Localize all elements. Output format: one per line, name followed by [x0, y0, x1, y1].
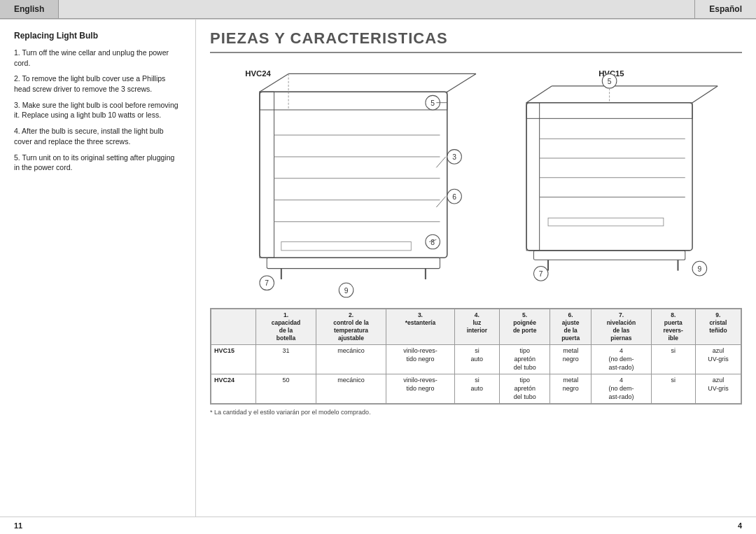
light-cell: siauto — [454, 374, 500, 404]
svg-line-32 — [436, 197, 445, 207]
list-item: 5. Turn unit on to its original setting … — [14, 153, 181, 173]
list-item: 1. Turn off the wine cellar and unplug t… — [14, 48, 181, 68]
svg-rect-36 — [526, 103, 692, 119]
reversible-cell: si — [651, 345, 695, 374]
col-header-3: 3.*estantería — [386, 309, 454, 345]
page-num-left: 11 — [14, 521, 22, 530]
list-item: 4. After the bulb is secure, install the… — [14, 126, 181, 146]
col-header-7: 7.nivelaciónde laspiernas — [592, 309, 651, 345]
control-cell: mecánico — [316, 345, 386, 374]
page-num-right: 4 — [738, 521, 742, 530]
capacity-cell: 50 — [256, 374, 316, 404]
svg-rect-42 — [533, 251, 685, 260]
col-header-5: 5.poignéede porte — [500, 309, 550, 345]
svg-text:8: 8 — [430, 239, 435, 246]
svg-text:3: 3 — [452, 153, 456, 161]
svg-text:5: 5 — [608, 78, 612, 85]
svg-line-31 — [436, 157, 445, 167]
svg-rect-3 — [260, 92, 274, 258]
svg-text:7: 7 — [265, 279, 269, 287]
page-numbers: 11 4 — [0, 517, 756, 534]
svg-rect-4 — [260, 92, 447, 110]
list-item: 2. To remove the light bulb cover use a … — [14, 73, 181, 94]
svg-rect-34 — [526, 103, 692, 251]
instruction-list: 1. Turn off the wine cellar and unplug t… — [14, 48, 181, 173]
svg-text:6: 6 — [452, 193, 456, 201]
spec-table: 1.capacidadde labotella 2.control de lat… — [211, 309, 741, 404]
col-header-9: 9.cristalteñido — [695, 309, 741, 345]
spec-table-container: 1.capacidadde labotella 2.control de lat… — [210, 308, 742, 405]
model-cell: HVC15 — [211, 345, 256, 374]
control-cell: mecánico — [316, 374, 386, 404]
svg-rect-5 — [267, 258, 440, 268]
tab-espanol[interactable]: Español — [694, 0, 756, 18]
svg-line-15 — [447, 73, 476, 92]
svg-line-45 — [526, 86, 552, 103]
svg-rect-35 — [526, 103, 540, 251]
table-row: HVC15 31 mecánico vinilo-reves-tido negr… — [211, 345, 741, 374]
spanish-title: PIEZAS Y CARACTERISTICAS — [210, 29, 742, 53]
svg-text:5: 5 — [430, 99, 435, 107]
leveling-cell: 4(no dem-ast-rado) — [592, 345, 651, 374]
svg-rect-41 — [548, 218, 664, 226]
svg-rect-2 — [260, 92, 447, 258]
model-cell: HVC24 — [211, 374, 256, 404]
shelves-cell: vinilo-reves-tido negro — [386, 374, 454, 404]
col-header-6: 6.ajustede lapuerta — [550, 309, 592, 345]
glass-cell: azulUV-gris — [695, 345, 741, 374]
svg-text:HVC24: HVC24 — [245, 69, 271, 78]
col-header-model — [211, 309, 256, 345]
right-column: PIEZAS Y CARACTERISTICAS HVC24 HVC15 — [196, 20, 756, 517]
col-header-4: 4.luzinterior — [454, 309, 500, 345]
reversible-cell: si — [651, 374, 695, 404]
list-item: 3. Make sure the light bulb is cool befo… — [14, 100, 181, 120]
shelves-cell: vinilo-reves-tido negro — [386, 345, 454, 374]
section-title: Replacing Light Bulb — [14, 31, 181, 41]
col-header-1: 1.capacidadde labotella — [256, 309, 316, 345]
handle-cell: tipoapretóndel tubo — [500, 374, 550, 404]
col-header-8: 8.puertarevers-ible — [651, 309, 695, 345]
light-cell: siauto — [454, 345, 500, 374]
leveling-cell: 4(no dem-ast-rado) — [592, 374, 651, 404]
svg-rect-11 — [281, 242, 411, 251]
door-adj-cell: metalnegro — [550, 374, 592, 404]
handle-cell: tipoapretóndel tubo — [500, 345, 550, 374]
diagram-area: HVC24 HVC15 — [210, 63, 742, 301]
svg-line-46 — [692, 86, 718, 103]
tab-english[interactable]: English — [0, 0, 59, 18]
svg-text:9: 9 — [344, 287, 349, 295]
glass-cell: azulUV-gris — [695, 374, 741, 404]
svg-text:7: 7 — [539, 270, 543, 278]
capacity-cell: 31 — [256, 345, 316, 374]
svg-text:9: 9 — [698, 265, 702, 273]
door-adj-cell: metalnegro — [550, 345, 592, 374]
footnote: * La cantidad y el estilo variarán por e… — [210, 409, 742, 416]
left-column: Replacing Light Bulb 1. Turn off the win… — [0, 20, 196, 517]
table-row: HVC24 50 mecánico vinilo-reves-tido negr… — [211, 374, 741, 404]
col-header-2: 2.control de latemperaturaajustable — [316, 309, 386, 345]
